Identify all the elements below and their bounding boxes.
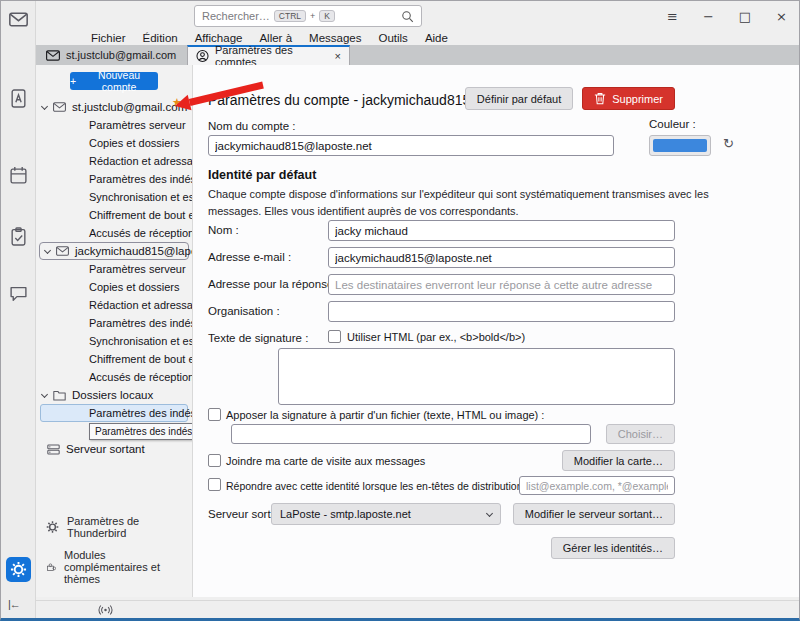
- maximize-icon[interactable]: □: [739, 9, 751, 24]
- chevron-down-icon: [44, 246, 51, 253]
- account-mail-icon: [53, 102, 66, 112]
- menu-fichier[interactable]: Fichier: [91, 32, 126, 44]
- item-label: Paramètres des indésirables: [89, 317, 193, 329]
- sidebar-outgoing-server[interactable]: Serveur sortant: [36, 440, 192, 458]
- spaces-toolbar: |←: [1, 1, 36, 618]
- settings-space-active-button[interactable]: [6, 557, 31, 582]
- menu-bar: Fichier Édition Affichage Aller à Messag…: [36, 31, 799, 45]
- sidebar-account-laposte[interactable]: jackymichaud815@laposte.net: [39, 242, 189, 260]
- sidebar-item-synchronisation[interactable]: Synchronisation et espace disque: [36, 188, 192, 206]
- status-bar: [36, 600, 799, 618]
- item-label: Chiffrement de bout en bout: [89, 353, 193, 365]
- reply-identity-input[interactable]: [519, 476, 675, 495]
- new-account-button[interactable]: + Nouveau compte: [70, 72, 158, 90]
- edit-vcard-button[interactable]: Modifier la carte…: [562, 450, 675, 471]
- tab-bar: st.justclub@gmail.com Paramètres des com…: [36, 45, 799, 65]
- email-label: Adresse e-mail :: [208, 251, 291, 263]
- trash-icon: [594, 92, 606, 105]
- identity-description: Chaque compte dispose d'informations sur…: [208, 186, 713, 219]
- color-label: Couleur :: [649, 118, 696, 130]
- server-icon: [47, 443, 60, 456]
- collapse-spaces-icon[interactable]: |←: [8, 598, 20, 610]
- address-book-space-icon[interactable]: [9, 89, 28, 108]
- item-label: Accusés de réception: [89, 227, 193, 239]
- item-label: Copies et dossiers: [89, 137, 180, 149]
- accounts-tree: st.justclub@gmail.com Paramètres serveur…: [36, 98, 192, 458]
- chat-space-icon[interactable]: [9, 285, 28, 304]
- tab-account-settings[interactable]: Paramètres des comptes ×: [187, 45, 350, 65]
- sidebar-item-parametres-serveur[interactable]: Paramètres serveur: [36, 260, 192, 278]
- name-label: Nom :: [208, 224, 239, 236]
- reset-color-icon[interactable]: ↻: [723, 136, 734, 151]
- account-color-picker[interactable]: [649, 135, 711, 156]
- delete-label: Supprimer: [612, 93, 663, 105]
- mail-space-icon[interactable]: [9, 10, 28, 29]
- sidebar-item-redaction-adressage[interactable]: Rédaction et adressage: [36, 152, 192, 170]
- use-html-checkbox[interactable]: [328, 330, 341, 343]
- attach-vcard-checkbox[interactable]: [208, 454, 221, 467]
- chevron-down-icon: [41, 390, 48, 397]
- use-html-label: Utiliser HTML (par ex., <b>bold</b>): [347, 331, 525, 343]
- sidebar-item-indesirables[interactable]: Paramètres des indésirables: [36, 170, 192, 188]
- reply-identity-checkbox[interactable]: [208, 478, 221, 491]
- minimize-icon[interactable]: −: [703, 9, 714, 24]
- addons-link-label: Modules complémentaires et thèmes: [64, 549, 192, 585]
- folder-icon: [53, 390, 66, 401]
- menu-outils[interactable]: Outils: [378, 32, 407, 44]
- reply-to-input[interactable]: [328, 274, 675, 295]
- item-label: Rédaction et adressage: [89, 299, 193, 311]
- email-input[interactable]: [328, 247, 675, 268]
- sidebar-account-gmail[interactable]: st.justclub@gmail.com: [36, 98, 192, 116]
- choose-file-button[interactable]: Choisir…: [606, 424, 675, 444]
- reply-to-label: Adresse pour la réponse :: [208, 278, 340, 290]
- thunderbird-settings-link[interactable]: Paramètres de Thunderbird: [46, 515, 192, 539]
- signature-textarea[interactable]: [278, 348, 675, 405]
- menu-messages[interactable]: Messages: [309, 32, 361, 44]
- search-icon: [401, 10, 414, 23]
- chevron-down-icon: [486, 510, 493, 517]
- account-name-input[interactable]: [208, 135, 614, 156]
- outgoing-server-select[interactable]: LaPoste - smtp.laposte.net: [271, 503, 501, 525]
- addons-link[interactable]: Modules complémentaires et thèmes: [46, 549, 192, 585]
- delete-account-button[interactable]: Supprimer: [582, 87, 675, 110]
- edit-smtp-button[interactable]: Modifier le serveur sortant…: [513, 503, 675, 525]
- organization-input[interactable]: [328, 301, 675, 322]
- calendar-space-icon[interactable]: [9, 166, 28, 185]
- attach-signature-checkbox[interactable]: [208, 408, 221, 421]
- tab-close-icon[interactable]: ×: [335, 50, 341, 62]
- sidebar-item-synchronisation[interactable]: Synchronisation et espace disque: [36, 332, 192, 350]
- sidebar-item-copies-dossiers[interactable]: Copies et dossiers: [36, 134, 192, 152]
- sidebar-item-indesirables[interactable]: Paramètres des indésirables: [36, 314, 192, 332]
- menu-aller-a[interactable]: Aller à: [259, 32, 292, 44]
- sidebar-item-indesirables-selected[interactable]: Paramètres des indésirables: [40, 404, 188, 422]
- menu-affichage[interactable]: Affichage: [195, 32, 243, 44]
- global-search-input[interactable]: Rechercher… CTRL + K: [194, 5, 422, 27]
- thunderbird-window: |← Rechercher… CTRL + K ≡ − □ × Fichier …: [0, 0, 800, 621]
- sidebar-item-chiffrement[interactable]: Chiffrement de bout en bout: [36, 206, 192, 224]
- sidebar-item-redaction-adressage[interactable]: Rédaction et adressage: [36, 296, 192, 314]
- signature-file-input[interactable]: [231, 424, 591, 444]
- name-input[interactable]: [328, 220, 675, 241]
- menu-edition[interactable]: Édition: [143, 32, 178, 44]
- manage-identities-button[interactable]: Gérer les identités…: [551, 537, 675, 559]
- puzzle-icon: [46, 560, 56, 574]
- close-icon[interactable]: ×: [776, 9, 787, 24]
- menu-aide[interactable]: Aide: [425, 32, 448, 44]
- item-label: Synchronisation et espace disque: [89, 191, 193, 203]
- outgoing-server-value: LaPoste - smtp.laposte.net: [280, 508, 411, 520]
- sidebar-item-accuses-reception[interactable]: Accusés de réception: [36, 368, 192, 386]
- sidebar-item-copies-dossiers[interactable]: Copies et dossiers: [36, 278, 192, 296]
- sidebar-item-chiffrement[interactable]: Chiffrement de bout en bout: [36, 350, 192, 368]
- set-default-button[interactable]: Définir par défaut: [465, 87, 573, 110]
- tasks-space-icon[interactable]: [9, 227, 28, 246]
- sidebar-local-folders[interactable]: Dossiers locaux: [36, 386, 192, 404]
- outgoing-server-label: Serveur sortant: [66, 443, 145, 455]
- gear-icon: [46, 520, 59, 534]
- account-mail-icon: [56, 246, 69, 256]
- new-account-label: Nouveau compte: [80, 69, 158, 93]
- sidebar-item-parametres-serveur[interactable]: Paramètres serveur: [36, 116, 192, 134]
- ctrl-keycap: CTRL: [274, 10, 306, 23]
- sidebar-item-accuses-reception[interactable]: Accusés de réception: [36, 224, 192, 242]
- app-menu-icon[interactable]: ≡: [667, 9, 678, 24]
- tab-mail[interactable]: st.justclub@gmail.com: [40, 45, 190, 65]
